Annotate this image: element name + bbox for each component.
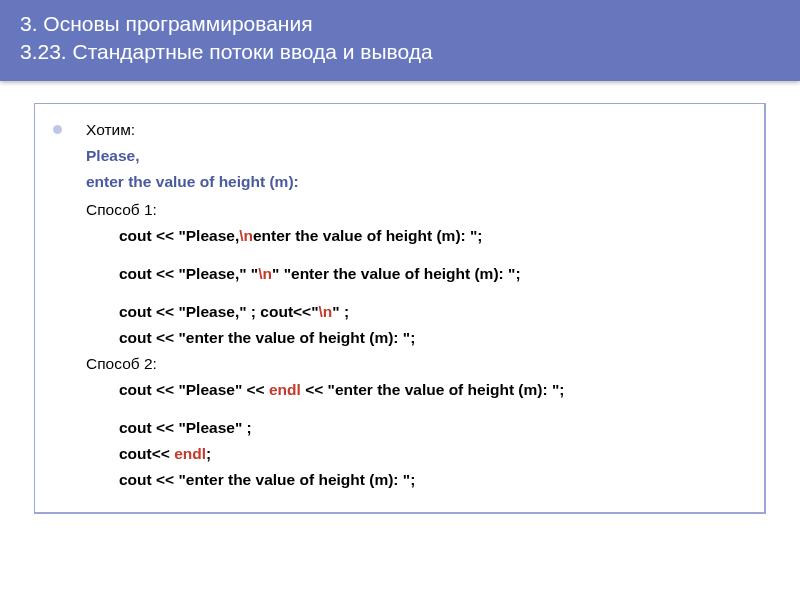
m1-line-4: cout << "enter the value of height (m): … xyxy=(119,326,746,350)
m1l1-a: cout << "Please, xyxy=(119,227,239,244)
method2-label: Способ 2: xyxy=(86,352,746,376)
m2-line-4: cout << "enter the value of height (m): … xyxy=(119,468,746,492)
m2-line-2: cout << "Please" ; xyxy=(119,416,746,440)
m1-line-1: cout << "Please,\nenter the value of hei… xyxy=(119,224,746,248)
m2l1-c: << "enter the value of height (m): "; xyxy=(301,381,565,398)
m1l3-c: " ; xyxy=(332,303,349,320)
m1l3-b: \n xyxy=(319,303,333,320)
want-label: Хотим: xyxy=(86,118,746,142)
m1l2-a: cout << "Please," " xyxy=(119,265,258,282)
m2-line-1: cout << "Please" << endl << "enter the v… xyxy=(119,378,746,402)
m2-line-3: cout<< endl; xyxy=(119,442,746,466)
m1l1-b: \n xyxy=(239,227,253,244)
want-line-1: Please, xyxy=(86,144,746,168)
bullet-want: Хотим: Please, enter the value of height… xyxy=(53,118,746,196)
slide-body: Хотим: Please, enter the value of height… xyxy=(0,81,800,600)
m2l1-b: endl xyxy=(269,381,301,398)
m1-line-3: cout << "Please," ; cout<<"\n" ; xyxy=(119,300,746,324)
title-line-1: 3. Основы программирования xyxy=(20,10,780,38)
want-line-2: enter the value of height (m): xyxy=(86,170,746,194)
m2l3-a: cout<< xyxy=(119,445,174,462)
m2l1-a: cout << "Please" << xyxy=(119,381,269,398)
slide: 3. Основы программирования 3.23. Стандар… xyxy=(0,0,800,600)
bullet-icon xyxy=(53,125,62,134)
method1-label: Способ 1: xyxy=(86,198,746,222)
m1-line-2: cout << "Please," "\n" "enter the value … xyxy=(119,262,746,286)
m1l2-b: \n xyxy=(258,265,272,282)
m2l3-b: endl xyxy=(174,445,206,462)
content-box: Хотим: Please, enter the value of height… xyxy=(34,103,766,514)
m1l1-c: enter the value of height (m): "; xyxy=(253,227,483,244)
m1l3-a: cout << "Please," ; cout<<" xyxy=(119,303,319,320)
m1l2-c: " "enter the value of height (m): "; xyxy=(272,265,521,282)
want-block: Хотим: Please, enter the value of height… xyxy=(86,118,746,196)
slide-title: 3. Основы программирования 3.23. Стандар… xyxy=(0,0,800,81)
m2l3-c: ; xyxy=(206,445,211,462)
title-line-2: 3.23. Стандартные потоки ввода и вывода xyxy=(20,38,780,66)
